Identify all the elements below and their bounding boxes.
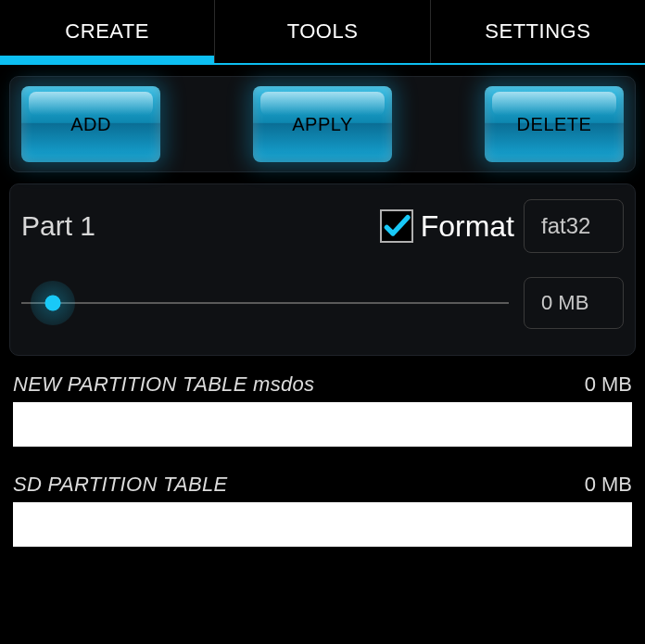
tab-bar: CREATE TOOLS SETTINGS bbox=[0, 0, 645, 65]
checkmark-icon bbox=[382, 210, 411, 242]
delete-button[interactable]: DELETE bbox=[485, 86, 624, 162]
apply-button[interactable]: APPLY bbox=[253, 86, 392, 162]
partition-table-title: SD PARTITION TABLE bbox=[13, 473, 228, 497]
partition-table-size: 0 MB bbox=[585, 473, 632, 497]
partition-table-title: NEW PARTITION TABLE msdos bbox=[13, 373, 314, 397]
size-value[interactable]: 0 MB bbox=[524, 277, 624, 329]
slider-track bbox=[21, 302, 509, 304]
partition-label: Part 1 bbox=[21, 210, 371, 242]
partition-table-bar[interactable] bbox=[13, 402, 632, 447]
size-slider[interactable] bbox=[21, 284, 509, 322]
partition-tables: NEW PARTITION TABLE msdos 0 MB SD PARTIT… bbox=[13, 373, 632, 547]
tab-tools[interactable]: TOOLS bbox=[215, 0, 430, 63]
partition-table-size: 0 MB bbox=[585, 373, 632, 397]
format-label: Format bbox=[421, 209, 514, 244]
partition-table-sd: SD PARTITION TABLE 0 MB bbox=[13, 473, 632, 547]
format-checkbox[interactable] bbox=[380, 209, 413, 243]
add-button[interactable]: ADD bbox=[21, 86, 160, 162]
action-toolbar: ADD APPLY DELETE bbox=[9, 76, 636, 172]
slider-thumb[interactable] bbox=[31, 281, 75, 325]
partition-panel: Part 1 Format fat32 0 MB bbox=[9, 183, 636, 356]
format-option: Format bbox=[380, 209, 514, 244]
tab-settings[interactable]: SETTINGS bbox=[431, 0, 645, 63]
partition-table-bar[interactable] bbox=[13, 502, 632, 547]
tab-create[interactable]: CREATE bbox=[0, 0, 215, 63]
partition-table-new: NEW PARTITION TABLE msdos 0 MB bbox=[13, 373, 632, 447]
filesystem-selector[interactable]: fat32 bbox=[524, 199, 624, 253]
